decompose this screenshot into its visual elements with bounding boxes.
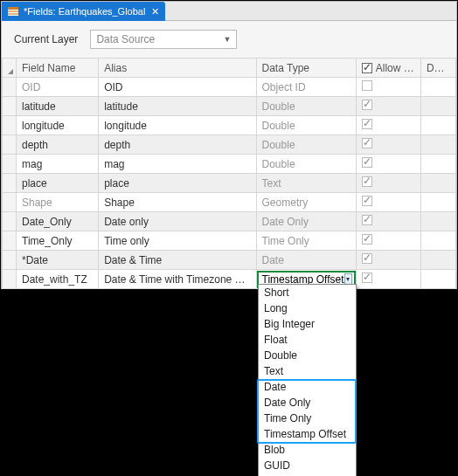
data-type-cell[interactable]: Double <box>256 97 356 116</box>
table-row[interactable]: Date_OnlyDate onlyDate Only <box>3 212 456 231</box>
table-row[interactable]: latitudelatitudeDouble <box>3 97 456 116</box>
domain-cell[interactable] <box>420 155 455 174</box>
row-handle[interactable] <box>3 193 17 212</box>
alias-cell[interactable]: depth <box>99 135 256 155</box>
domain-cell[interactable] <box>420 270 455 289</box>
row-handle[interactable] <box>3 116 17 135</box>
field-name-cell[interactable]: *Date <box>17 251 99 270</box>
table-row[interactable]: depthdepthDouble <box>3 135 456 155</box>
domain-cell[interactable] <box>420 212 455 231</box>
dropdown-item[interactable]: Double <box>259 348 356 363</box>
table-row[interactable]: OIDOIDObject ID <box>3 78 456 97</box>
row-handle[interactable] <box>3 97 17 116</box>
table-row[interactable]: Date_with_TZDate & Time with Timezone Of… <box>3 270 456 289</box>
allow-null-cell[interactable] <box>356 270 420 289</box>
dropdown-item[interactable]: Timestamp Offset <box>259 426 356 442</box>
row-handle[interactable] <box>3 174 17 193</box>
col-allow-null[interactable]: Allow NULL <box>356 59 420 78</box>
row-handle[interactable] <box>3 135 17 155</box>
allow-null-cell[interactable] <box>356 212 420 231</box>
alias-cell[interactable]: Date & Time with Timezone Offset <box>99 270 256 289</box>
checkbox-icon[interactable] <box>362 253 372 264</box>
field-name-cell[interactable]: mag <box>17 155 99 174</box>
data-type-dropdown[interactable]: ShortLongBig IntegerFloatDoubleTextDateD… <box>258 284 357 476</box>
row-handle[interactable] <box>3 212 17 231</box>
domain-cell[interactable] <box>420 135 455 155</box>
data-type-cell[interactable]: Date <box>256 251 356 270</box>
allow-null-cell[interactable] <box>356 116 420 135</box>
data-type-cell[interactable]: Object ID <box>256 78 356 97</box>
data-type-cell[interactable]: Double <box>256 116 356 135</box>
row-handle[interactable] <box>3 155 17 174</box>
row-handle[interactable] <box>3 231 17 251</box>
checkbox-icon[interactable] <box>362 196 372 206</box>
col-alias[interactable]: Alias <box>99 59 256 78</box>
data-type-cell[interactable]: Date Only <box>256 212 356 231</box>
data-source-combo[interactable]: Data Source ▼ <box>90 30 237 49</box>
checkbox-icon[interactable] <box>362 63 372 73</box>
alias-cell[interactable]: Shape <box>99 193 256 212</box>
alias-cell[interactable]: latitude <box>99 97 256 116</box>
domain-cell[interactable] <box>420 231 455 251</box>
allow-null-cell[interactable] <box>356 251 420 270</box>
allow-null-cell[interactable] <box>356 193 420 212</box>
dropdown-item[interactable]: Date <box>259 379 356 395</box>
field-name-cell[interactable]: longitude <box>17 116 99 135</box>
alias-cell[interactable]: OID <box>99 78 256 97</box>
alias-cell[interactable]: Time only <box>99 231 256 251</box>
alias-cell[interactable]: mag <box>99 155 256 174</box>
allow-null-cell[interactable] <box>356 135 420 155</box>
domain-cell[interactable] <box>420 193 455 212</box>
field-name-cell[interactable]: Date_with_TZ <box>17 270 99 289</box>
data-type-cell[interactable]: Text <box>256 174 356 193</box>
alias-cell[interactable]: Date only <box>99 212 256 231</box>
allow-null-cell[interactable] <box>356 174 420 193</box>
dropdown-item[interactable]: Time Only <box>259 410 356 426</box>
col-domain[interactable]: Domain <box>420 59 455 78</box>
checkbox-icon[interactable] <box>362 119 372 129</box>
table-row[interactable]: placeplaceText <box>3 174 456 193</box>
domain-cell[interactable] <box>420 116 455 135</box>
close-icon[interactable]: ✕ <box>149 6 160 17</box>
table-row[interactable]: ShapeShapeGeometry <box>3 193 456 212</box>
table-row[interactable]: magmagDouble <box>3 155 456 174</box>
allow-null-cell[interactable] <box>356 231 420 251</box>
checkbox-icon[interactable] <box>362 157 372 168</box>
data-type-cell[interactable]: Geometry <box>256 193 356 212</box>
col-data-type[interactable]: Data Type <box>256 59 356 78</box>
col-field-name[interactable]: Field Name <box>17 59 99 78</box>
dropdown-item[interactable]: GUID <box>259 458 356 473</box>
checkbox-icon[interactable] <box>362 80 372 91</box>
alias-cell[interactable]: Date & Time <box>99 251 256 270</box>
field-name-cell[interactable]: Shape <box>17 193 99 212</box>
field-name-cell[interactable]: Date_Only <box>17 212 99 231</box>
field-name-cell[interactable]: depth <box>17 135 99 155</box>
checkbox-icon[interactable] <box>362 138 372 148</box>
table-row[interactable]: *DateDate & TimeDate <box>3 251 456 270</box>
dropdown-item[interactable]: Blob <box>259 442 356 458</box>
data-type-cell[interactable]: Time Only <box>256 231 356 251</box>
allow-null-cell[interactable] <box>356 155 420 174</box>
domain-cell[interactable] <box>420 251 455 270</box>
domain-cell[interactable] <box>420 174 455 193</box>
row-handle[interactable] <box>3 78 17 97</box>
tab-fields-earthquakes[interactable]: *Fields: Earthquakes_Global ✕ <box>2 2 165 21</box>
table-row[interactable]: Time_OnlyTime onlyTime Only <box>3 231 456 251</box>
alias-cell[interactable]: place <box>99 174 256 193</box>
row-handle[interactable] <box>3 251 17 270</box>
dropdown-item[interactable]: Float <box>259 332 356 348</box>
checkbox-icon[interactable] <box>362 234 372 245</box>
dropdown-item[interactable]: Long <box>259 300 356 316</box>
data-type-cell[interactable]: Double <box>256 135 356 155</box>
dropdown-item[interactable]: Short <box>259 285 356 300</box>
domain-cell[interactable] <box>420 78 455 97</box>
field-name-cell[interactable]: place <box>17 174 99 193</box>
dropdown-item[interactable]: Big Integer <box>259 316 356 332</box>
checkbox-icon[interactable] <box>362 100 372 110</box>
domain-cell[interactable] <box>420 97 455 116</box>
field-name-cell[interactable]: latitude <box>17 97 99 116</box>
checkbox-icon[interactable] <box>362 176 372 187</box>
field-name-cell[interactable]: Time_Only <box>17 231 99 251</box>
allow-null-cell[interactable] <box>356 97 420 116</box>
dropdown-item[interactable]: Date Only <box>259 395 356 410</box>
